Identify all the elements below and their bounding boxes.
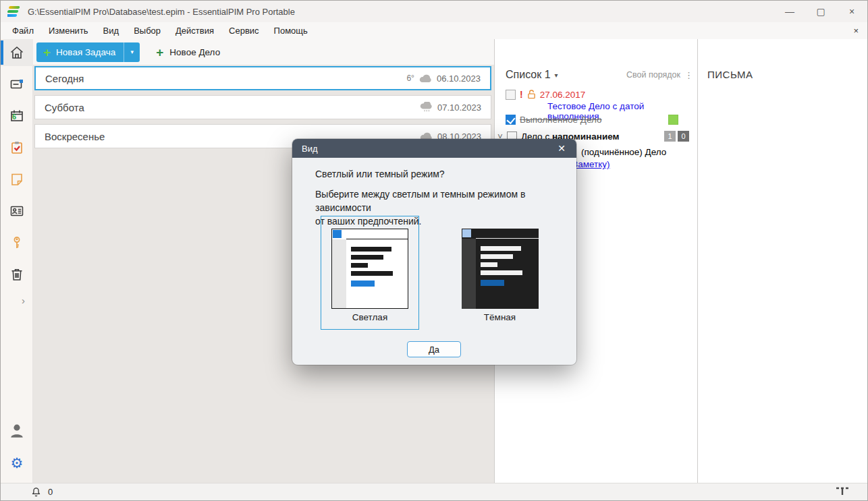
task-due-date: 27.06.2017 bbox=[540, 90, 586, 100]
reminder-badge: 0 bbox=[678, 131, 689, 142]
task-item-4-link-row: Заметку) bbox=[572, 159, 610, 169]
sidebar-item-profile[interactable] bbox=[1, 417, 33, 444]
notification-count: 0 bbox=[48, 487, 53, 497]
toolbar: + Новая Задача ▾ + Новое Дело bbox=[33, 39, 494, 65]
sidebar-expand-chevron-icon[interactable]: › bbox=[1, 293, 33, 307]
list-selector[interactable]: Список 1 bbox=[506, 69, 551, 81]
menu-file[interactable]: Файл bbox=[5, 24, 41, 38]
gear-icon: ⚙ bbox=[11, 456, 24, 470]
caret-down-icon: ▾ bbox=[130, 49, 134, 55]
sidebar-item-notes[interactable] bbox=[1, 166, 33, 193]
sidebar-bottom: ⚙ bbox=[1, 417, 33, 476]
trash-icon bbox=[9, 266, 25, 283]
plus-icon: + bbox=[43, 46, 51, 59]
dark-theme-preview bbox=[462, 229, 539, 309]
task-checkbox-checked[interactable] bbox=[506, 115, 516, 125]
plus-icon: + bbox=[156, 46, 163, 59]
light-theme-preview bbox=[331, 229, 408, 309]
day-date: 06.10.2023 bbox=[437, 73, 481, 84]
minimize-button[interactable]: — bbox=[774, 1, 805, 22]
sidebar-item-tasks[interactable] bbox=[1, 134, 33, 161]
app-logo-icon bbox=[7, 5, 22, 18]
rain-cloud-icon bbox=[420, 102, 433, 113]
confirm-button[interactable]: Да bbox=[407, 341, 461, 357]
notifications-status[interactable]: 0 bbox=[1, 486, 53, 498]
cloud-icon bbox=[419, 74, 432, 83]
mail-panel: ПИСЬМА bbox=[698, 39, 867, 483]
window-title: G:\EssentialPIM Pro\Database\test.epim -… bbox=[28, 7, 295, 17]
menu-help[interactable]: Помощь bbox=[267, 24, 315, 38]
lock-icon bbox=[527, 90, 536, 99]
day-title: Суббота bbox=[45, 102, 420, 113]
sort-order-label[interactable]: Свой порядок bbox=[626, 70, 680, 80]
sidebar-item-settings[interactable]: ⚙ bbox=[1, 449, 33, 476]
task-item-2[interactable]: Выполненное Дело bbox=[506, 115, 688, 125]
sidebar-item-passwords[interactable] bbox=[1, 229, 33, 256]
day-date: 07.10.2023 bbox=[437, 102, 481, 113]
dialog-close-icon[interactable]: ✕ bbox=[555, 143, 568, 154]
theme-option-light[interactable]: Светлая bbox=[321, 216, 419, 330]
menubar-close-icon[interactable]: × bbox=[850, 24, 862, 37]
dialog-heading: Светлый или темный режим? bbox=[315, 169, 445, 179]
task-item-4[interactable]: (подчинённое) Дело bbox=[581, 147, 666, 157]
dialog-title: Вид bbox=[302, 144, 318, 154]
dark-theme-label: Тёмная bbox=[434, 312, 566, 322]
menu-view[interactable]: Вид bbox=[96, 24, 127, 38]
menu-select[interactable]: Выбор bbox=[126, 24, 168, 38]
home-icon bbox=[9, 45, 25, 61]
menu-tools[interactable]: Сервис bbox=[221, 24, 267, 38]
clipboard-check-icon bbox=[9, 140, 25, 156]
task-list-header: Список 1 ▾ Свой порядок ⋮ bbox=[506, 69, 693, 81]
task-checkbox[interactable] bbox=[506, 90, 516, 100]
temperature: 6° bbox=[406, 73, 414, 83]
task-item-1[interactable]: ! 27.06.2017 bbox=[506, 89, 585, 100]
light-theme-label: Светлая bbox=[321, 312, 418, 322]
sidebar-item-mail[interactable] bbox=[1, 71, 33, 98]
sidebar-item-calendar[interactable]: 6 bbox=[1, 102, 33, 129]
calendar-icon bbox=[9, 108, 25, 124]
menu-edit[interactable]: Изменить bbox=[41, 24, 96, 38]
new-case-label: Новое Дело bbox=[169, 47, 220, 57]
new-task-button[interactable]: + Новая Задача ▾ bbox=[36, 42, 140, 62]
day-title: Сегодня bbox=[45, 73, 406, 84]
key-icon bbox=[9, 235, 25, 251]
view-dialog: Вид ✕ Светлый или темный режим? Выберите… bbox=[292, 139, 576, 365]
kebab-menu-icon[interactable]: ⋮ bbox=[684, 70, 693, 80]
close-button[interactable]: × bbox=[836, 1, 867, 22]
new-task-dropdown[interactable]: ▾ bbox=[124, 42, 140, 62]
reminder-badge: 1 bbox=[664, 131, 676, 142]
theme-option-dark[interactable]: Тёмная bbox=[433, 216, 566, 330]
note-icon bbox=[9, 171, 25, 187]
statusbar: 0 bbox=[1, 483, 867, 500]
priority-icon: ! bbox=[520, 89, 523, 100]
sidebar: 6 bbox=[1, 39, 33, 483]
menubar: Файл Изменить Вид Выбор Действия Сервис … bbox=[1, 22, 867, 39]
task-title: (подчинённое) Дело bbox=[581, 147, 666, 157]
window-controls: — ▢ × bbox=[774, 1, 867, 22]
sidebar-item-contacts[interactable] bbox=[1, 198, 33, 225]
new-case-button[interactable]: + Новое Дело bbox=[148, 42, 228, 62]
caret-down-icon[interactable]: ▾ bbox=[555, 71, 558, 79]
person-icon bbox=[8, 422, 26, 440]
contacts-icon bbox=[9, 203, 25, 219]
day-row-today[interactable]: Сегодня 6° 06.10.2023 bbox=[34, 66, 491, 90]
insert-marker[interactable] bbox=[836, 486, 867, 498]
new-task-button-main[interactable]: + Новая Задача bbox=[36, 42, 124, 62]
day-row-saturday[interactable]: Суббота 07.10.2023 bbox=[34, 95, 491, 119]
menu-actions[interactable]: Действия bbox=[168, 24, 221, 38]
calendar-badge: 6 bbox=[12, 113, 16, 121]
sidebar-item-trash[interactable] bbox=[1, 261, 33, 288]
insertion-bar-icon bbox=[836, 487, 848, 496]
category-color-swatch bbox=[668, 115, 678, 125]
dialog-titlebar: Вид ✕ bbox=[292, 139, 576, 158]
task-title: Выполненное Дело bbox=[520, 115, 602, 125]
app-window: G:\EssentialPIM Pro\Database\test.epim -… bbox=[0, 0, 868, 501]
titlebar: G:\EssentialPIM Pro\Database\test.epim -… bbox=[1, 1, 867, 22]
sidebar-item-today[interactable] bbox=[1, 39, 33, 66]
new-task-label: Новая Задача bbox=[56, 47, 115, 57]
note-link[interactable]: Заметку) bbox=[572, 159, 610, 169]
mail-icon bbox=[9, 76, 25, 92]
maximize-button[interactable]: ▢ bbox=[805, 1, 836, 22]
mail-panel-title: ПИСЬМА bbox=[707, 69, 753, 80]
bell-icon bbox=[30, 486, 42, 498]
